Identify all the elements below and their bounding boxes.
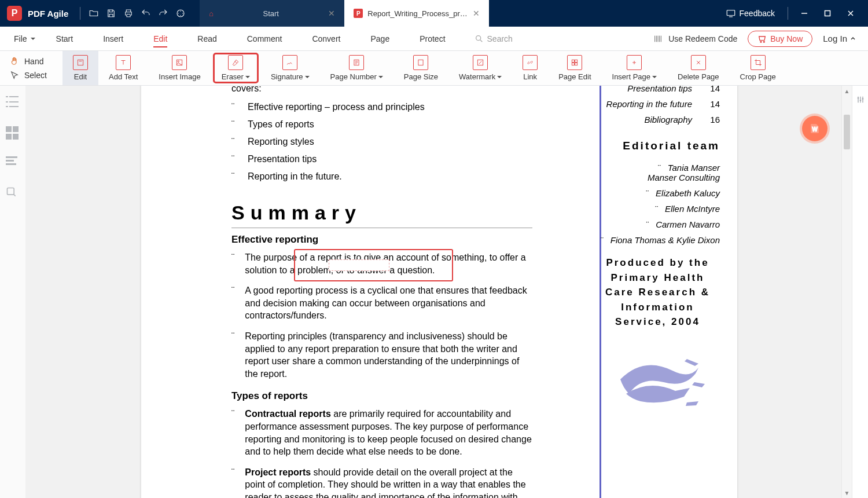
- annotations-panel-icon[interactable]: [6, 156, 20, 170]
- toc-row: Reporting in the future14: [595, 99, 720, 109]
- ribbon-page-number[interactable]: Page Number: [320, 51, 393, 85]
- svg-rect-10: [418, 60, 423, 65]
- ribbon-page-edit[interactable]: Page Edit: [548, 51, 601, 85]
- toc-row: Presentation tips14: [595, 86, 720, 93]
- editor-name: ¨ Ellen McIntyre: [595, 204, 720, 214]
- ribbon-add-text[interactable]: Add Text: [98, 51, 148, 85]
- subsection-heading: Types of reports: [231, 390, 532, 402]
- svg-point-5: [764, 41, 765, 42]
- vertical-scrollbar[interactable]: ▲ ▼: [841, 86, 852, 498]
- svg-text:W: W: [812, 126, 818, 133]
- svg-point-3: [476, 35, 480, 40]
- hand-tool[interactable]: Hand: [9, 56, 62, 67]
- search-input[interactable]: Search: [475, 34, 513, 43]
- svg-rect-1: [727, 10, 735, 16]
- app-logo-icon: P: [7, 6, 22, 21]
- side-panel-rail: [0, 86, 25, 498]
- body-paragraph: ¨A good reporting process is a cyclical …: [231, 284, 532, 322]
- menu-bar: File Start Insert Edit Read Comment Conv…: [0, 27, 868, 51]
- svg-point-8: [178, 61, 179, 62]
- toc-row: Bibliography16: [595, 115, 720, 124]
- ribbon-link[interactable]: Link: [512, 51, 548, 85]
- scroll-down-icon[interactable]: ▼: [842, 488, 852, 498]
- tab-start[interactable]: ⌂ Start ✕: [200, 0, 344, 27]
- decorative-logo: [609, 339, 707, 414]
- open-icon[interactable]: [85, 5, 102, 22]
- ribbon-page-size[interactable]: Page Size: [393, 51, 448, 85]
- select-tool[interactable]: Select: [9, 70, 62, 80]
- svg-point-4: [760, 41, 762, 42]
- app-name: PDF Agile: [28, 9, 68, 19]
- menu-convert[interactable]: Convert: [297, 27, 355, 51]
- body-paragraph: ¨Project reports should provide detail o…: [231, 466, 532, 498]
- subsection-heading: Effective reporting: [231, 234, 532, 246]
- sliders-icon[interactable]: [856, 95, 865, 104]
- right-tool-strip: [852, 86, 868, 498]
- ribbon-eraser[interactable]: Eraser: [211, 51, 260, 85]
- save-icon[interactable]: [102, 5, 120, 22]
- ribbon-signature[interactable]: Signature: [260, 51, 320, 85]
- pdf-doc-icon: P: [354, 9, 363, 18]
- svg-rect-6: [78, 60, 83, 65]
- chevron-down-icon: [245, 76, 250, 80]
- producer-credit: Produced by the Primary Health Care Rese…: [595, 255, 720, 329]
- list-item: ¨Reporting in the future.: [231, 171, 532, 182]
- home-shortcut-icon[interactable]: [172, 5, 189, 22]
- close-icon[interactable]: ✕: [328, 9, 335, 18]
- body-paragraph: ¨Contractual reports are primarily requi…: [231, 408, 532, 457]
- search-panel-icon[interactable]: [6, 186, 20, 200]
- svg-rect-12: [572, 60, 575, 62]
- window-close-button[interactable]: [839, 5, 862, 22]
- edit-ribbon: Hand Select Edit Add Text Insert Image E…: [0, 51, 868, 86]
- body-paragraph: ¨Reporting principles (transparency and …: [231, 330, 532, 380]
- editor-name: ¨ Carmen Navarro: [595, 219, 720, 229]
- login-button[interactable]: Log In: [823, 34, 856, 43]
- section-heading: Summary: [231, 202, 532, 224]
- window-maximize-button[interactable]: [816, 5, 839, 22]
- sidebar-column: Presentation tips14 Reporting in the fut…: [595, 86, 720, 414]
- thumbnails-panel-icon[interactable]: [6, 126, 20, 140]
- menu-insert[interactable]: Insert: [88, 27, 138, 51]
- svg-rect-15: [575, 63, 578, 65]
- list-item: ¨Presentation tips: [231, 154, 532, 164]
- eraser-patch: [329, 259, 389, 271]
- redo-icon[interactable]: [155, 5, 172, 22]
- feedback-button[interactable]: Feedback: [718, 8, 783, 19]
- redeem-code-button[interactable]: Use Redeem Code: [652, 34, 737, 43]
- list-item: ¨Types of reports: [231, 119, 532, 130]
- ribbon-watermark[interactable]: Watermark: [448, 51, 512, 85]
- menu-edit[interactable]: Edit: [138, 27, 182, 51]
- menu-start[interactable]: Start: [41, 27, 89, 51]
- scroll-up-icon[interactable]: ▲: [842, 86, 852, 96]
- editor-name: ¨ Tania Manser Manser Consulting: [595, 163, 720, 182]
- svg-rect-13: [575, 60, 578, 62]
- menu-file[interactable]: File: [8, 27, 41, 51]
- scrollbar-thumb[interactable]: [844, 115, 850, 149]
- ribbon-delete-page[interactable]: Delete Page: [667, 51, 730, 85]
- close-icon[interactable]: ✕: [473, 9, 480, 18]
- print-icon[interactable]: [120, 5, 137, 22]
- list-item: ¨Reporting styles: [231, 137, 532, 147]
- document-viewport[interactable]: covers: ¨Effective reporting – process a…: [25, 86, 841, 498]
- undo-icon[interactable]: [137, 5, 155, 22]
- ribbon-edit[interactable]: Edit: [62, 51, 98, 85]
- menu-page[interactable]: Page: [355, 27, 404, 51]
- body-text: covers:: [231, 86, 532, 94]
- export-word-badge[interactable]: W: [802, 116, 827, 141]
- tab-document[interactable]: P Report_Writing_Process_prin... ✕: [344, 0, 489, 27]
- home-icon: ⌂: [209, 9, 214, 18]
- menu-read[interactable]: Read: [182, 27, 231, 51]
- editor-name: ¨ Fiona Thomas & Kylie Dixon: [595, 235, 720, 245]
- menu-comment[interactable]: Comment: [232, 27, 297, 51]
- svg-rect-2: [825, 11, 830, 16]
- buy-now-button[interactable]: Buy Now: [748, 31, 812, 47]
- ribbon-crop-page[interactable]: Crop Page: [730, 51, 786, 85]
- svg-rect-16: [8, 188, 14, 195]
- list-item: ¨Effective reporting – process and princ…: [231, 102, 532, 112]
- bookmarks-panel-icon[interactable]: [6, 96, 20, 110]
- window-minimize-button[interactable]: [793, 5, 816, 22]
- ribbon-insert-image[interactable]: Insert Image: [148, 51, 211, 85]
- ribbon-insert-page[interactable]: Insert Page: [602, 51, 668, 85]
- title-bar: P PDF Agile ⌂ Start ✕ P Report_Writing_P…: [0, 0, 868, 27]
- menu-protect[interactable]: Protect: [404, 27, 460, 51]
